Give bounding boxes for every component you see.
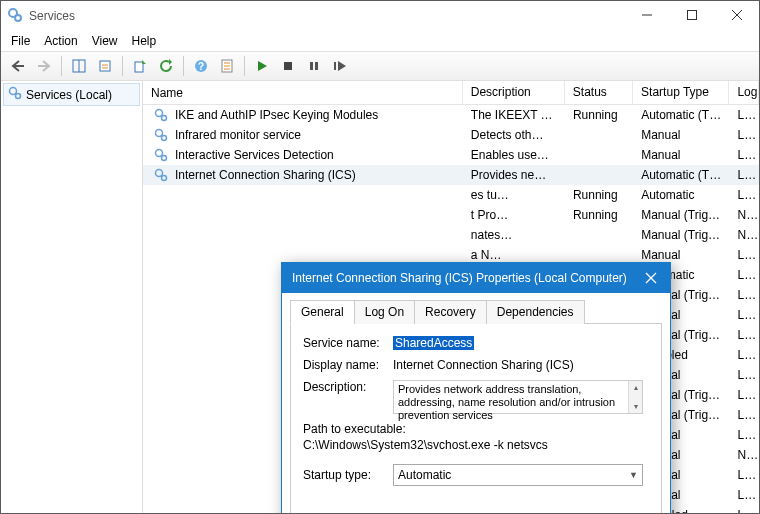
- sidebar-item-label: Services (Local): [26, 88, 112, 102]
- svg-rect-20: [284, 62, 292, 70]
- label-startup-type: Startup type:: [303, 468, 393, 482]
- row-log: Loc: [729, 328, 759, 342]
- app-icon: [7, 7, 23, 26]
- svg-point-31: [162, 156, 167, 161]
- row-desc: a N…: [463, 248, 565, 262]
- properties-button[interactable]: [94, 55, 116, 77]
- value-path: C:\Windows\System32\svchost.exe -k netsv…: [303, 438, 649, 452]
- row-log: Net: [729, 228, 759, 242]
- svg-rect-13: [135, 62, 143, 72]
- table-row[interactable]: Internet Connection Sharing (ICS)Provide…: [143, 165, 759, 185]
- col-startup-type[interactable]: Startup Type: [633, 81, 729, 104]
- row-startup: Manual (Trig…: [633, 208, 729, 222]
- refresh-button[interactable]: [155, 55, 177, 77]
- export-button[interactable]: [129, 55, 151, 77]
- menu-file[interactable]: File: [11, 34, 30, 48]
- tab-recovery[interactable]: Recovery: [414, 300, 487, 324]
- prop-sheet-button[interactable]: [216, 55, 238, 77]
- minimize-button[interactable]: [624, 1, 669, 29]
- startup-type-select[interactable]: Automatic ▼: [393, 464, 643, 486]
- gear-icon: [8, 86, 22, 103]
- sidebar-services-local[interactable]: Services (Local): [3, 83, 140, 106]
- row-log: Loc: [729, 108, 759, 122]
- tab-general[interactable]: General: [290, 300, 355, 324]
- label-description: Description:: [303, 380, 393, 394]
- row-log: Loc: [729, 168, 759, 182]
- tab-log-on[interactable]: Log On: [354, 300, 415, 324]
- gear-icon: [151, 108, 171, 122]
- col-status[interactable]: Status: [565, 81, 633, 104]
- gear-icon: [151, 128, 171, 142]
- svg-rect-3: [687, 11, 696, 20]
- menu-view[interactable]: View: [92, 34, 118, 48]
- view-split-button[interactable]: [68, 55, 90, 77]
- row-startup: Automatic: [633, 188, 729, 202]
- pause-service-button[interactable]: [303, 55, 325, 77]
- svg-rect-22: [315, 62, 318, 70]
- label-path: Path to executable:: [303, 422, 649, 436]
- tab-dependencies[interactable]: Dependencies: [486, 300, 585, 324]
- scrollbar[interactable]: ▴▾: [628, 381, 642, 413]
- back-button[interactable]: [7, 55, 29, 77]
- row-name: Internet Connection Sharing (ICS): [175, 168, 356, 182]
- svg-point-26: [156, 110, 163, 117]
- row-startup: Manual: [633, 248, 729, 262]
- toolbar: ?: [1, 51, 759, 81]
- row-startup: Manual: [633, 128, 729, 142]
- row-log: Loc: [729, 148, 759, 162]
- row-name: Interactive Services Detection: [175, 148, 334, 162]
- chevron-down-icon: ▼: [629, 470, 638, 480]
- value-description[interactable]: Provides network address translation, ad…: [393, 380, 643, 414]
- table-row[interactable]: es tu…RunningAutomaticLoc: [143, 185, 759, 205]
- help-button[interactable]: ?: [190, 55, 212, 77]
- row-name: IKE and AuthIP IPsec Keying Modules: [175, 108, 378, 122]
- row-log: Loc: [729, 188, 759, 202]
- svg-rect-23: [334, 62, 336, 70]
- svg-rect-21: [310, 62, 313, 70]
- row-desc: Provides ne…: [463, 168, 565, 182]
- col-description[interactable]: Description: [463, 81, 565, 104]
- window-title: Services: [29, 9, 75, 23]
- table-row[interactable]: Interactive Services DetectionEnables us…: [143, 145, 759, 165]
- row-log: Loc: [729, 268, 759, 282]
- table-row[interactable]: Infrared monitor serviceDetects oth…Manu…: [143, 125, 759, 145]
- row-log: Loc: [729, 428, 759, 442]
- label-display-name: Display name:: [303, 358, 393, 372]
- table-row[interactable]: t Pro…RunningManual (Trig…Net: [143, 205, 759, 225]
- table-row[interactable]: nates…Manual (Trig…Net: [143, 225, 759, 245]
- row-log: Loc: [729, 248, 759, 262]
- row-startup: Manual (Trig…: [633, 228, 729, 242]
- svg-point-33: [162, 176, 167, 181]
- svg-point-1: [15, 15, 21, 21]
- maximize-button[interactable]: [669, 1, 714, 29]
- stop-service-button[interactable]: [277, 55, 299, 77]
- row-status: Running: [565, 188, 633, 202]
- row-desc: es tu…: [463, 188, 565, 202]
- menu-help[interactable]: Help: [132, 34, 157, 48]
- value-service-name[interactable]: SharedAccess: [393, 336, 474, 350]
- svg-point-24: [10, 88, 17, 95]
- row-desc: t Pro…: [463, 208, 565, 222]
- table-row[interactable]: IKE and AuthIP IPsec Keying ModulesThe I…: [143, 105, 759, 125]
- row-log: Loc: [729, 128, 759, 142]
- row-log: Loc: [729, 348, 759, 362]
- row-status: Running: [565, 108, 633, 122]
- start-service-button[interactable]: [251, 55, 273, 77]
- row-desc: nates…: [463, 228, 565, 242]
- svg-point-32: [156, 170, 163, 177]
- row-startup: Automatic (T…: [633, 168, 729, 182]
- restart-service-button[interactable]: [329, 55, 351, 77]
- col-name[interactable]: Name: [143, 81, 463, 104]
- value-display-name: Internet Connection Sharing (ICS): [393, 358, 649, 372]
- col-log-on[interactable]: Log: [729, 81, 759, 104]
- svg-text:?: ?: [198, 61, 204, 72]
- svg-point-28: [156, 130, 163, 137]
- row-log: Loc: [729, 408, 759, 422]
- properties-dialog: Internet Connection Sharing (ICS) Proper…: [281, 262, 671, 513]
- close-button[interactable]: [714, 1, 759, 29]
- menu-bar: File Action View Help: [1, 31, 759, 51]
- dialog-close-button[interactable]: [638, 265, 664, 291]
- menu-action[interactable]: Action: [44, 34, 77, 48]
- forward-button[interactable]: [33, 55, 55, 77]
- svg-point-27: [162, 116, 167, 121]
